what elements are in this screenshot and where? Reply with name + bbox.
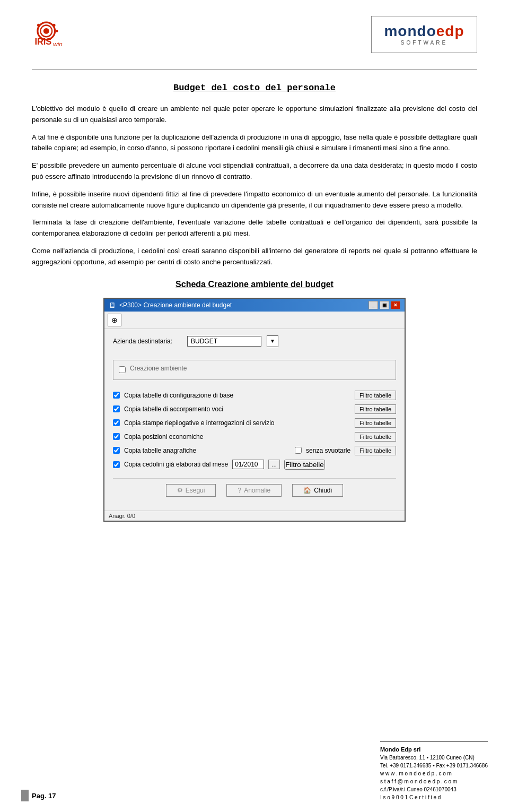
checkbox-group: Copia tabelle di configurazione di base … bbox=[113, 385, 396, 475]
esegui-icon: ⚙ bbox=[177, 487, 183, 494]
mondoedp-logo-text: mondoedp bbox=[384, 24, 464, 39]
checkbox-label-1: Copia tabelle di accorpamento voci bbox=[124, 405, 350, 413]
creazione-group: Creazione ambiente bbox=[113, 360, 396, 380]
dialog-controls[interactable]: _ ▣ ✕ bbox=[368, 301, 400, 309]
esegui-label: Esegui bbox=[186, 487, 205, 494]
footer-address: Via Barbaresco, 11 • 12100 Cuneo (CN) bbox=[380, 754, 488, 762]
header-divider bbox=[32, 69, 477, 70]
anomalie-icon: ? bbox=[238, 487, 241, 494]
dialog-toolbar: ⊕ bbox=[104, 312, 405, 329]
footer-right: Mondo Edp srl Via Barbaresco, 11 • 12100… bbox=[380, 741, 488, 802]
cedolini-label: Copia cedolini già elaborati dal mese bbox=[124, 461, 228, 468]
page-footer: Pag. 17 Mondo Edp srl Via Barbaresco, 11… bbox=[0, 741, 509, 802]
svg-point-5 bbox=[56, 30, 58, 32]
footer-tel: Tel. +39 0171.346685 • Fax +39 0171.3466… bbox=[380, 762, 488, 770]
footer-left: Pag. 17 bbox=[21, 790, 56, 801]
paragraph-5: Terminata la fase di creazione dell'ambi… bbox=[32, 217, 477, 239]
checkbox-label-2: Copia stampe riepilogative e interrogazi… bbox=[124, 419, 350, 427]
dialog-title-left: 🖥 <P300> Creazione ambiente del budget bbox=[109, 301, 232, 309]
creazione-label: Creazione ambiente bbox=[130, 365, 187, 372]
checkbox-3[interactable] bbox=[113, 433, 120, 440]
checkbox-row-3: Copia posizioni economiche Filtro tabell… bbox=[113, 430, 396, 444]
esegui-button[interactable]: ⚙ Esegui bbox=[166, 484, 216, 497]
mondoedp-logo: mondoedp SOFTWARE bbox=[371, 16, 477, 53]
checkbox-2[interactable] bbox=[113, 419, 120, 426]
checkbox-row-0: Copia tabelle di configurazione di base … bbox=[113, 388, 396, 402]
checkbox-row-2: Copia stampe riepilogative e interrogazi… bbox=[113, 416, 396, 430]
footer-website: w w w . m o n d o e d p . c o m bbox=[380, 770, 488, 778]
senza-svuotarle-checkbox[interactable] bbox=[295, 447, 302, 454]
cedolini-row: Copia cedolini già elaborati dal mese ..… bbox=[113, 457, 396, 472]
paragraph-6: Come nell'azienda di produzione, i cedol… bbox=[32, 246, 477, 268]
anomalie-label: Anomalie bbox=[244, 487, 270, 494]
dialog-window: 🖥 <P300> Creazione ambiente del budget _… bbox=[103, 298, 406, 522]
creazione-checkbox-row: Creazione ambiente bbox=[119, 365, 390, 375]
statusbar-text: Anagr. 0/0 bbox=[109, 513, 135, 519]
dialog-content: Azienda destinataria: ▼ Creazione ambien… bbox=[104, 329, 405, 511]
chiudi-icon: 🏠 bbox=[303, 487, 311, 494]
chiudi-button[interactable]: 🏠 Chiudi bbox=[292, 484, 343, 497]
dialog-titlebar: 🖥 <P300> Creazione ambiente del budget _… bbox=[104, 299, 405, 312]
paragraph-3: E' possibile prevedere un aumento percen… bbox=[32, 160, 477, 183]
filtro-btn-0[interactable]: Filtro tabelle bbox=[355, 391, 396, 400]
filtro-btn-2[interactable]: Filtro tabelle bbox=[355, 418, 396, 428]
svg-point-3 bbox=[37, 24, 40, 27]
dialog-footer: ⚙ Esegui ? Anomalie 🏠 Chiudi bbox=[113, 478, 396, 504]
footer-email: s t a f f @ m o n d o e d p . c o m bbox=[380, 778, 488, 785]
checkbox-4[interactable] bbox=[113, 447, 120, 454]
filtro-btn-4[interactable]: Filtro tabelle bbox=[355, 446, 396, 455]
dialog-wrapper: 🖥 <P300> Creazione ambiente del budget _… bbox=[32, 298, 477, 522]
filtro-btn-3[interactable]: Filtro tabelle bbox=[355, 432, 396, 442]
svg-point-4 bbox=[52, 24, 55, 27]
minimize-button[interactable]: _ bbox=[368, 301, 378, 309]
page-title: Budget del costo del personale bbox=[32, 83, 477, 93]
svg-text:win: win bbox=[53, 41, 63, 48]
close-button[interactable]: ✕ bbox=[391, 301, 400, 309]
section-title: Scheda Creazione ambiente del budget bbox=[32, 280, 477, 289]
page-container: IRIS win mondoedp SOFTWARE Budget del co… bbox=[0, 0, 509, 812]
footer-company-name: Mondo Edp srl bbox=[380, 745, 488, 754]
svg-point-2 bbox=[43, 28, 49, 34]
azienda-input[interactable] bbox=[187, 336, 261, 347]
paragraph-4: Infine, è possibile inserire nuovi dipen… bbox=[32, 189, 477, 211]
checkbox-row-4: Copia tabelle anagrafiche senza svuotarl… bbox=[113, 444, 396, 457]
anomalie-button[interactable]: ? Anomalie bbox=[226, 484, 282, 497]
checkbox-label-4: Copia tabelle anagrafiche bbox=[124, 447, 291, 454]
filtro-btn-1[interactable]: Filtro tabelle bbox=[355, 404, 396, 414]
restore-button[interactable]: ▣ bbox=[380, 301, 389, 309]
footer-iso: I s o 9 0 0 1 C e r t i f i e d bbox=[380, 793, 488, 801]
zoom-button[interactable]: ⊕ bbox=[108, 314, 121, 326]
senza-svuotarle-label: senza svuotarle bbox=[306, 447, 350, 454]
dialog-title-icon: 🖥 bbox=[109, 301, 116, 309]
azienda-row: Azienda destinataria: ▼ bbox=[113, 335, 396, 347]
footer-cf: c.f./P.iva/r.i Cuneo 02461070043 bbox=[380, 785, 488, 793]
creazione-checkbox[interactable] bbox=[119, 366, 126, 373]
checkbox-label-3: Copia posizioni economiche bbox=[124, 433, 350, 440]
cedolini-dots-button[interactable]: ... bbox=[268, 460, 280, 469]
checkbox-label-0: Copia tabelle di configurazione di base bbox=[124, 392, 350, 399]
page-number-bar bbox=[21, 790, 29, 801]
page-number: Pag. 17 bbox=[32, 792, 56, 800]
chiudi-label: Chiudi bbox=[314, 487, 332, 494]
mondoedp-software-text: SOFTWARE bbox=[401, 40, 447, 46]
dialog-title-text: <P300> Creazione ambiente del budget bbox=[119, 301, 232, 309]
header: IRIS win mondoedp SOFTWARE bbox=[32, 16, 477, 53]
cedolini-input[interactable] bbox=[232, 460, 264, 469]
checkbox-row-1: Copia tabelle di accorpamento voci Filtr… bbox=[113, 402, 396, 416]
paragraph-2: A tal fine è disponibile una funzione pe… bbox=[32, 132, 477, 154]
checkbox-0[interactable] bbox=[113, 392, 120, 399]
dialog-statusbar: Anagr. 0/0 bbox=[104, 511, 405, 521]
azienda-label: Azienda destinataria: bbox=[113, 338, 182, 345]
svg-text:IRIS: IRIS bbox=[34, 37, 51, 46]
iris-logo: IRIS win bbox=[32, 16, 85, 52]
cedolini-checkbox[interactable] bbox=[113, 461, 120, 468]
filtro-btn-cedolini[interactable]: Filtro tabelle bbox=[284, 460, 325, 470]
paragraph-1: L'obiettivo del modulo è quello di crear… bbox=[32, 103, 477, 126]
azienda-dropdown[interactable]: ▼ bbox=[267, 335, 278, 347]
checkbox-1[interactable] bbox=[113, 405, 120, 412]
